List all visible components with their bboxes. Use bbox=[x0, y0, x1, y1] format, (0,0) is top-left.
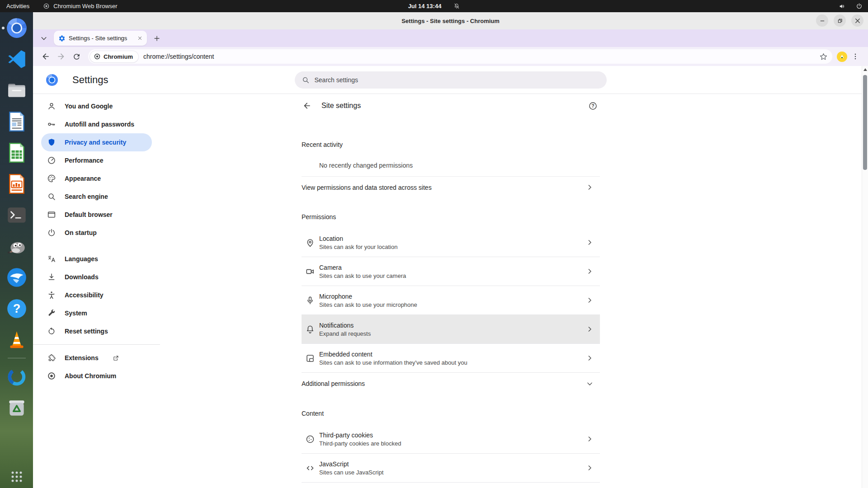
nav-privacy-and-security[interactable]: Privacy and security bbox=[41, 133, 152, 151]
microphone-icon bbox=[305, 296, 315, 305]
nav-you-and-google[interactable]: You and Google bbox=[41, 97, 152, 115]
key-icon bbox=[47, 120, 56, 129]
bookmark-button[interactable] bbox=[817, 50, 830, 63]
extension-icon[interactable] bbox=[837, 52, 847, 62]
dock-libreoffice-calc-icon[interactable] bbox=[0, 137, 33, 168]
reset-icon bbox=[47, 327, 56, 336]
speedometer-icon bbox=[47, 156, 56, 165]
nav-default-browser[interactable]: Default browser bbox=[41, 206, 152, 224]
new-tab-button[interactable] bbox=[151, 32, 163, 45]
settings-search[interactable] bbox=[295, 71, 607, 89]
chevron-right-icon bbox=[586, 325, 594, 333]
plus-icon bbox=[153, 34, 161, 42]
clock-label: Jul 14 13:44 bbox=[408, 3, 442, 9]
active-tab[interactable]: Settings - Site settings bbox=[54, 31, 147, 46]
settings-title: Settings bbox=[72, 74, 108, 86]
site-info-chip[interactable]: Chromium bbox=[90, 51, 138, 62]
back-button[interactable] bbox=[38, 49, 53, 64]
dock-trash-icon[interactable] bbox=[0, 392, 33, 423]
omnibox[interactable]: Chromium chrome://settings/content bbox=[88, 49, 832, 64]
window-titlebar[interactable]: Settings - Site settings - Chromium bbox=[33, 12, 868, 29]
browser-window: Settings - Site settings - Chromium Sett… bbox=[33, 12, 868, 488]
nav-autofill[interactable]: Autofill and passwords bbox=[41, 115, 152, 133]
dock-help-icon[interactable]: ? bbox=[0, 293, 33, 324]
nav-divider bbox=[33, 344, 160, 345]
chevron-down-icon bbox=[40, 34, 48, 42]
dock-vlc-icon[interactable] bbox=[0, 324, 33, 355]
settings-page-header: Settings bbox=[33, 66, 868, 94]
activities-button[interactable]: Activities bbox=[6, 3, 29, 9]
additional-permissions-row[interactable]: Additional permissions bbox=[302, 373, 600, 394]
browser-menu-button[interactable] bbox=[848, 49, 863, 64]
back-to-privacy-button[interactable] bbox=[299, 98, 315, 114]
reload-button[interactable] bbox=[69, 49, 84, 64]
help-button[interactable] bbox=[585, 99, 600, 113]
dock-vscode-icon[interactable] bbox=[0, 43, 33, 75]
tab-title: Settings - Site settings bbox=[69, 35, 132, 42]
dock-software-icon[interactable] bbox=[0, 361, 33, 392]
chevron-right-icon bbox=[586, 267, 594, 275]
forward-button[interactable] bbox=[54, 49, 68, 64]
volume-icon[interactable] bbox=[839, 3, 846, 10]
show-applications-button[interactable] bbox=[0, 470, 33, 483]
notifications-muted-icon bbox=[453, 3, 460, 9]
nav-about-chromium[interactable]: About Chromium bbox=[41, 367, 152, 385]
close-window-button[interactable] bbox=[851, 14, 863, 27]
url-text[interactable]: chrome://settings/content bbox=[143, 53, 817, 60]
chromium-logo-icon bbox=[47, 371, 56, 380]
tab-close-button[interactable] bbox=[135, 34, 144, 43]
row-microphone[interactable]: MicrophoneSites can ask to use your micr… bbox=[302, 286, 600, 315]
chevron-right-icon bbox=[586, 354, 594, 362]
restore-button[interactable] bbox=[834, 14, 846, 27]
nav-system[interactable]: System bbox=[41, 304, 152, 322]
location-icon bbox=[305, 238, 315, 248]
nav-on-startup[interactable]: On startup bbox=[41, 224, 152, 242]
chevron-right-icon bbox=[586, 464, 594, 472]
chevron-right-icon bbox=[586, 296, 594, 304]
nav-accessibility[interactable]: Accessibility bbox=[41, 286, 152, 304]
permissions-rows: LocationSites can ask for your location … bbox=[302, 228, 600, 373]
browser-window-icon bbox=[47, 210, 56, 219]
clock-menu[interactable]: Jul 14 13:44 bbox=[408, 0, 460, 12]
nav-languages[interactable]: Languages bbox=[41, 250, 152, 268]
focused-app-label: Chromium Web Browser bbox=[53, 3, 117, 9]
row-location[interactable]: LocationSites can ask for your location bbox=[302, 228, 600, 257]
view-all-permissions-row[interactable]: View permissions and data stored across … bbox=[302, 176, 600, 198]
arrow-forward-icon bbox=[57, 52, 66, 61]
chevron-right-icon bbox=[586, 183, 594, 191]
recent-activity-empty-text: No recently changed permissions bbox=[302, 161, 600, 170]
row-embedded-content[interactable]: Embedded contentSites can ask to use inf… bbox=[302, 344, 600, 373]
row-third-party-cookies[interactable]: Third-party cookiesThird-party cookies a… bbox=[302, 425, 600, 454]
nav-extensions[interactable]: Extensions bbox=[41, 349, 152, 367]
settings-search-input[interactable] bbox=[315, 76, 568, 84]
dock-files-icon[interactable] bbox=[0, 75, 33, 106]
row-javascript[interactable]: JavaScriptSites can use JavaScript bbox=[302, 454, 600, 483]
cookie-icon bbox=[305, 434, 315, 444]
nav-performance[interactable]: Performance bbox=[41, 151, 152, 169]
dock-chromium-icon[interactable] bbox=[0, 12, 33, 43]
nav-appearance[interactable]: Appearance bbox=[41, 169, 152, 188]
row-camera[interactable]: CameraSites can ask to use your camera bbox=[302, 257, 600, 286]
scroll-up-arrow[interactable] bbox=[863, 68, 867, 71]
chevron-right-icon bbox=[586, 435, 594, 443]
power-icon[interactable] bbox=[856, 3, 863, 9]
nav-downloads[interactable]: Downloads bbox=[41, 268, 152, 286]
nav-reset-settings[interactable]: Reset settings bbox=[41, 322, 152, 340]
dock-libreoffice-impress-icon[interactable] bbox=[0, 168, 33, 199]
dock-thunderbird-icon[interactable] bbox=[0, 262, 33, 293]
focused-app-menu[interactable]: Chromium Web Browser bbox=[43, 3, 117, 9]
minimize-button[interactable] bbox=[816, 14, 828, 27]
nav-search-engine[interactable]: Search engine bbox=[41, 188, 152, 206]
row-notifications[interactable]: NotificationsExpand all requests bbox=[302, 315, 600, 344]
gnome-top-bar: Activities Chromium Web Browser Jul 14 1… bbox=[0, 0, 868, 12]
page-scrollbar[interactable] bbox=[862, 66, 868, 488]
chevron-right-icon bbox=[586, 239, 594, 246]
system-status-area[interactable] bbox=[839, 0, 863, 12]
search-icon bbox=[302, 76, 310, 84]
dock-terminal-icon[interactable] bbox=[0, 199, 33, 230]
settings-gear-icon bbox=[58, 35, 66, 42]
scrollbar-thumb[interactable] bbox=[863, 75, 867, 170]
tab-search-button[interactable] bbox=[38, 32, 50, 45]
dock-gimp-icon[interactable] bbox=[0, 230, 33, 262]
dock-libreoffice-writer-icon[interactable] bbox=[0, 106, 33, 137]
